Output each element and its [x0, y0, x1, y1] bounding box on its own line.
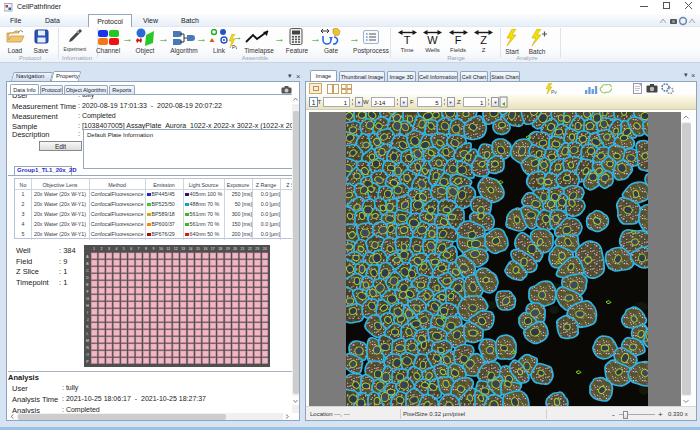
svg-text:O: O	[86, 353, 89, 357]
svg-text:G: G	[86, 297, 89, 301]
svg-text:10: 10	[159, 247, 163, 251]
svg-text:2: 2	[101, 247, 103, 251]
svg-text:4: 4	[115, 247, 117, 251]
svg-text:8: 8	[145, 247, 147, 251]
svg-text:7: 7	[138, 247, 140, 251]
svg-text:24: 24	[263, 247, 267, 251]
svg-text:20: 20	[233, 247, 237, 251]
svg-text:23: 23	[255, 247, 259, 251]
svg-text:6: 6	[130, 247, 132, 251]
svg-text:17: 17	[211, 247, 215, 251]
svg-text:13: 13	[181, 247, 185, 251]
svg-text:1: 1	[93, 247, 95, 251]
svg-text:15: 15	[196, 247, 200, 251]
svg-text:5: 5	[123, 247, 125, 251]
svg-text:18: 18	[218, 247, 222, 251]
svg-text:3: 3	[108, 247, 110, 251]
svg-text:19: 19	[226, 247, 230, 251]
svg-text:22: 22	[248, 247, 252, 251]
svg-text:9: 9	[153, 247, 155, 251]
svg-text:21: 21	[241, 247, 245, 251]
svg-text:F: F	[86, 290, 88, 294]
svg-text:11: 11	[166, 247, 170, 251]
svg-text:12: 12	[174, 247, 178, 251]
svg-text:14: 14	[189, 247, 193, 251]
svg-text:M: M	[86, 339, 89, 343]
svg-text:L: L	[87, 332, 89, 336]
svg-text:16: 16	[203, 247, 207, 251]
svg-text:I: I	[87, 311, 88, 315]
svg-text:J: J	[87, 318, 89, 322]
